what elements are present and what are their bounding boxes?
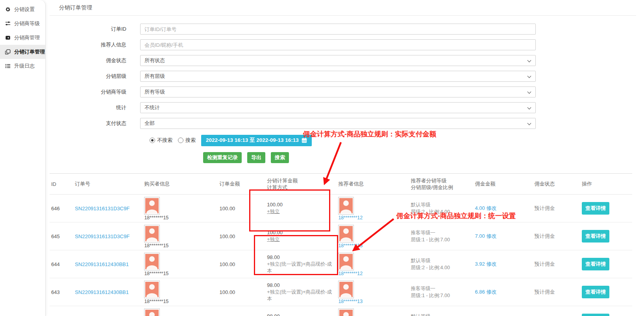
order-amount: 100.00 — [218, 306, 266, 316]
modify-link[interactable]: 修改 — [486, 205, 496, 211]
date-range-button[interactable]: 2022-09-13 16:13 至 2022-09-13 16:13 — [201, 135, 312, 146]
commission-cell: 3.92 修改 — [473, 306, 533, 316]
order-amount: 100.00 — [218, 250, 266, 278]
commission-status: 预计佣金 — [533, 195, 580, 222]
no-search-radio[interactable]: 不搜索 — [150, 137, 172, 144]
sidebar-item-distribution-settings[interactable]: 分销设置 — [0, 2, 45, 17]
gear-icon — [5, 7, 11, 13]
distribution-level-label: 分销层级 — [50, 73, 140, 80]
row-id: 642 — [50, 306, 73, 316]
view-details-button[interactable]: 查看详情 — [582, 230, 609, 243]
sidebar-item-upgrade-log[interactable]: 升级日志 — [0, 59, 45, 73]
payment-status-label: 支付状态 — [50, 120, 140, 127]
order-number-link[interactable]: SN2209131612430BB1 — [75, 289, 129, 295]
export-button[interactable]: 导出 — [247, 152, 265, 163]
distribution-level-select[interactable]: 所有层级 — [140, 71, 536, 82]
referrer-phone-link[interactable]: 18*******13 — [338, 243, 407, 248]
col-referrer: 推荐者信息 — [337, 174, 409, 195]
commission-status-select[interactable]: 所有状态 — [140, 55, 536, 66]
order-number-link[interactable]: SN22091316131D3C9F — [75, 206, 130, 211]
order-amount: 100.00 — [218, 222, 266, 250]
commission-status: 预计佣金 — [533, 250, 580, 278]
buyer-phone: 18*******15 — [144, 215, 216, 220]
statistics-select[interactable]: 不统计 — [140, 102, 536, 113]
col-calc: 分销计算金额计算方式 — [265, 174, 337, 195]
radio-unselected-icon — [178, 138, 183, 143]
view-details-button[interactable]: 查看详情 — [582, 258, 609, 270]
commission-amount: 7.00 — [475, 233, 485, 239]
filter-form: 订单ID 推荐人信息 佣金状态 所有状态 分销层级 所有层级 — [50, 16, 636, 163]
sidebar-item-label: 分销商管理 — [14, 34, 40, 41]
check-duplicates-button[interactable]: 检测重复记录 — [203, 152, 242, 163]
commission-amount: 3.92 — [475, 261, 485, 267]
table-row: 645 SN22091316131D3C9F 18*******15 100.0… — [50, 222, 632, 250]
col-amount: 订单金额 — [218, 174, 266, 195]
order-id-input[interactable] — [144, 26, 531, 32]
chevron-down-icon — [527, 90, 531, 94]
buyer-avatar — [144, 309, 160, 316]
modify-link[interactable]: 修改 — [486, 261, 496, 267]
calc-cell: 98.00 +独立(统一设置)+商品现价-成本 — [265, 250, 337, 278]
referrer-avatar — [338, 253, 354, 270]
radio-selected-icon — [150, 138, 155, 143]
row-id: 643 — [50, 278, 73, 306]
breadcrumb: 分销订单管理 — [50, 0, 636, 16]
table-row: 642 SN22091315524A9E6B 18*******15 100.0… — [50, 306, 632, 316]
commission-status: 预计佣金 — [533, 222, 580, 250]
referrer-avatar — [338, 197, 354, 215]
annotation-independent-rule-paid-amount: 佣金计算方式-商品独立规则：实际支付金额 — [303, 129, 436, 139]
table-header-row: ID 订单号 购买者信息 订单金额 分销计算金额计算方式 推荐者信息 推荐者分销… — [50, 174, 632, 195]
commission-status-label: 佣金状态 — [50, 57, 140, 64]
list-icon — [5, 63, 11, 69]
calc-cell: 100.00 +独立 — [265, 195, 337, 222]
search-button[interactable]: 搜索 — [271, 152, 289, 163]
col-status: 佣金状态 — [533, 174, 580, 195]
buyer-avatar — [144, 253, 160, 270]
col-actions: 操作 — [580, 174, 632, 195]
commission-status: 预计佣金 — [533, 278, 580, 306]
row-id: 644 — [50, 250, 73, 278]
view-details-button[interactable]: 查看详情 — [582, 314, 609, 316]
buyer-phone: 18*******15 — [144, 271, 216, 276]
modify-link[interactable]: 修改 — [486, 233, 496, 239]
ref-level-cell: 推客等级一层级:1 - 比例:7.00 — [409, 222, 474, 250]
buyer-avatar — [144, 225, 160, 243]
col-ref-level: 推荐者分销等级分销层级/佣金比例 — [409, 174, 474, 195]
view-details-button[interactable]: 查看详情 — [582, 286, 609, 298]
payment-status-select[interactable]: 全部 — [140, 118, 536, 129]
search-radio[interactable]: 搜索 — [178, 137, 196, 144]
commission-cell: 6.86 修改 — [473, 278, 533, 306]
buyer-phone: 18*******15 — [144, 299, 216, 304]
sidebar-item-distributor-levels[interactable]: 分销商等级 — [0, 17, 45, 31]
referrer-avatar — [338, 309, 354, 316]
calc-cell: 98.00 +商品现价-成本 — [265, 306, 337, 316]
sidebar-item-label: 分销订单管理 — [14, 48, 45, 55]
row-id: 646 — [50, 195, 73, 222]
calc-cell: 98.00 +独立(统一设置)+商品现价-成本 — [265, 278, 337, 306]
sidebar-item-distributor-management[interactable]: 分销商管理 — [0, 31, 45, 45]
modify-link[interactable]: 修改 — [486, 289, 496, 295]
distributor-grade-select[interactable]: 所有等级 — [140, 86, 536, 97]
referrer-info-input[interactable] — [144, 42, 531, 48]
view-details-button[interactable]: 查看详情 — [582, 202, 609, 215]
referrer-phone-link[interactable]: 18*******13 — [338, 299, 407, 304]
commission-cell: 7.00 修改 — [473, 222, 533, 250]
table-row: 643 SN2209131612430BB1 18*******15 100.0… — [50, 278, 632, 306]
table-row: 646 SN22091316131D3C9F 18*******15 100.0… — [50, 195, 632, 222]
order-number-link[interactable]: SN2209131612430BB1 — [75, 261, 129, 267]
chevron-down-icon — [527, 106, 531, 110]
order-amount: 100.00 — [218, 278, 266, 306]
col-order-no: 订单号 — [73, 174, 142, 195]
col-commission: 佣金金额 — [473, 174, 533, 195]
buyer-phone: 18*******15 — [144, 243, 216, 248]
table-row: 644 SN2209131612430BB1 18*******15 100.0… — [50, 250, 632, 278]
page-title: 分销订单管理 — [59, 4, 92, 11]
order-number-link[interactable]: SN22091316131D3C9F — [75, 233, 130, 239]
order-id-label: 订单ID — [50, 26, 140, 33]
annotation-independent-rule-unified-setting: 佣金计算方式-商品独立规则：统一设置 — [396, 211, 516, 220]
distribution-order-page: 分销设置 分销商等级 分销商管理 分销订单管理 升级日志 — [0, 0, 644, 316]
referrer-phone-link[interactable]: 18*******12 — [338, 271, 407, 276]
order-amount: 100.00 — [218, 195, 266, 222]
ref-level-cell: 默认等级层级:2 - 比例:4.00 — [409, 250, 474, 278]
sidebar-item-distribution-orders[interactable]: 分销订单管理 — [0, 45, 45, 59]
